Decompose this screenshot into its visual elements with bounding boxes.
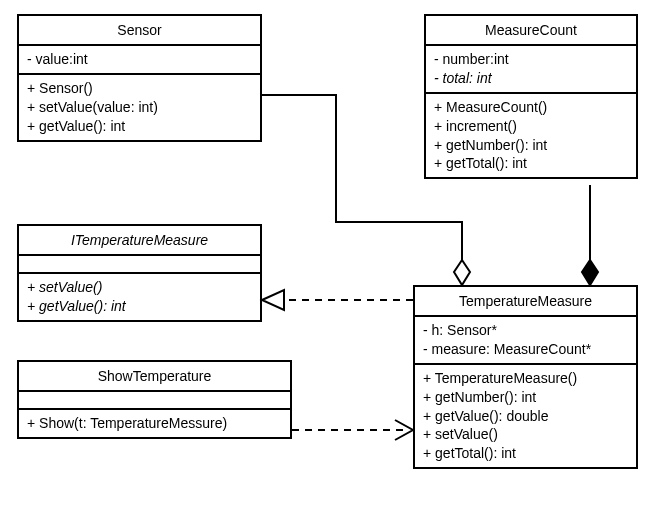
class-sensor-title: Sensor [19, 16, 260, 46]
class-measure-count-title: MeasureCount [426, 16, 636, 46]
class-temperature-measure-ops: + TemperatureMeasure() + getNumber(): in… [415, 365, 636, 467]
op-row: + Sensor() [27, 79, 252, 98]
op-row: + getNumber(): int [423, 388, 628, 407]
class-temperature-measure: TemperatureMeasure - h: Sensor* - measur… [413, 285, 638, 469]
attr-row: - total: int [434, 69, 628, 88]
filled-diamond-icon [582, 260, 598, 285]
op-row: + setValue() [27, 278, 252, 297]
class-sensor-attrs: - value:int [19, 46, 260, 75]
open-arrow-icon [395, 420, 413, 440]
hollow-diamond-icon [454, 260, 470, 285]
class-temperature-measure-title: TemperatureMeasure [415, 287, 636, 317]
class-measure-count: MeasureCount - number:int - total: int +… [424, 14, 638, 179]
class-show-temperature: ShowTemperature + Show(t: TemperatureMes… [17, 360, 292, 439]
op-row: + setValue(value: int) [27, 98, 252, 117]
class-show-temperature-ops: + Show(t: TemperatureMessure) [19, 410, 290, 437]
class-i-temperature-measure: ITemperatureMeasure + setValue() + getVa… [17, 224, 262, 322]
op-row: + Show(t: TemperatureMessure) [27, 414, 282, 433]
attr-row: - measure: MeasureCount* [423, 340, 628, 359]
hollow-triangle-icon [262, 290, 284, 310]
attr-row: - number:int [434, 50, 628, 69]
op-row: + MeasureCount() [434, 98, 628, 117]
composition-measurecount-temperature [582, 185, 598, 285]
realization-temperature-interface [262, 290, 413, 310]
class-i-temperature-measure-ops: + setValue() + getValue(): int [19, 274, 260, 320]
op-row: + getValue(): double [423, 407, 628, 426]
class-sensor-ops: + Sensor() + setValue(value: int) + getV… [19, 75, 260, 140]
op-row: + setValue() [423, 425, 628, 444]
class-i-temperature-measure-title: ITemperatureMeasure [19, 226, 260, 256]
class-show-temperature-title: ShowTemperature [19, 362, 290, 392]
op-row: + getTotal(): int [434, 154, 628, 173]
class-measure-count-ops: + MeasureCount() + increment() + getNumb… [426, 94, 636, 178]
class-measure-count-attrs: - number:int - total: int [426, 46, 636, 94]
class-show-temperature-attrs [19, 392, 290, 410]
attr-row: - value:int [27, 50, 252, 69]
op-row: + getTotal(): int [423, 444, 628, 463]
class-i-temperature-measure-attrs [19, 256, 260, 274]
op-row: + getValue(): int [27, 297, 252, 316]
op-row: + getNumber(): int [434, 136, 628, 155]
op-row: + increment() [434, 117, 628, 136]
dependency-showtemperature-temperature [292, 420, 413, 440]
class-temperature-measure-attrs: - h: Sensor* - measure: MeasureCount* [415, 317, 636, 365]
class-sensor: Sensor - value:int + Sensor() + setValue… [17, 14, 262, 142]
op-row: + TemperatureMeasure() [423, 369, 628, 388]
attr-row: - h: Sensor* [423, 321, 628, 340]
op-row: + getValue(): int [27, 117, 252, 136]
